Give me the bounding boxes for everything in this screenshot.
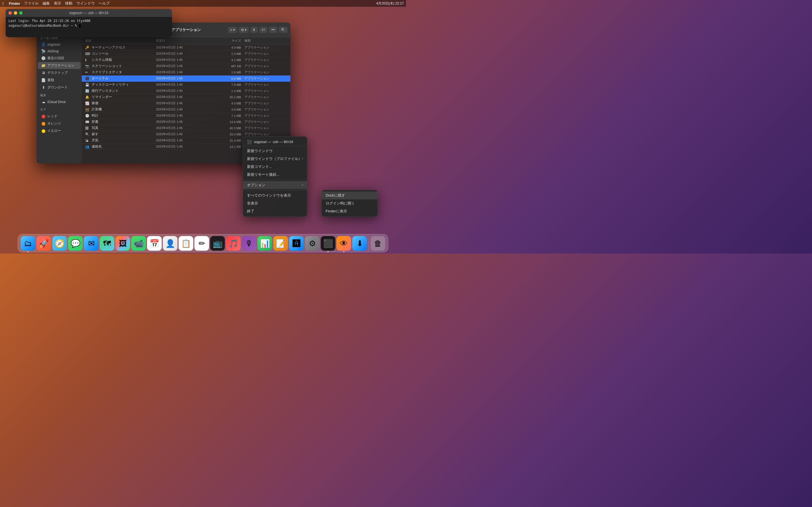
file-type-icon: 🔍 [85, 132, 90, 136]
file-date-cell: 2023年4月2日 1:46 [156, 132, 213, 136]
menu-edit[interactable]: 編集 [43, 1, 50, 6]
apple-menu[interactable]:  [2, 1, 4, 6]
ctx-new-window-profile[interactable]: 新規ウインドウ（プロファイル） › [243, 155, 307, 163]
app-name[interactable]: Finder [9, 1, 20, 6]
dock-item-launchpad[interactable]: 🚀 [37, 236, 51, 251]
sidebar-item-airdrop[interactable]: 📡 AirDrop [38, 48, 81, 54]
view-list-button[interactable]: ≡ ▾ [228, 27, 237, 33]
dock-item-settings[interactable]: ⚙ [305, 236, 320, 251]
dock-app-icon: 👤 [165, 239, 175, 248]
menu-file[interactable]: ファイル [24, 1, 39, 6]
close-button[interactable] [8, 11, 12, 15]
ctx-show-all-windows[interactable]: すべてのウインドウを表示 [243, 191, 307, 200]
dock-item-contacts[interactable]: 👤 [163, 236, 177, 251]
column-name-header[interactable]: 名前 [85, 39, 156, 43]
file-name-text: スクリーンショット [92, 64, 122, 68]
file-type-icon: 📈 [85, 101, 90, 105]
sidebar-item-yellow[interactable]: ⬤ イエロー [38, 127, 81, 134]
file-row[interactable]: 📷 スクリーンショット 2023年4月2日 1:46 487 KB アプリケーシ… [82, 63, 290, 69]
file-size-cell: 7.1 MB [213, 114, 241, 117]
column-kind-header[interactable]: 種類 [241, 39, 287, 43]
file-date-cell: 2023年4月2日 1:46 [156, 107, 213, 112]
file-kind-cell: アプリケーション [241, 82, 287, 87]
dock-item-safari[interactable]: 🧭 [52, 236, 67, 251]
dock-item-facetime[interactable]: 📹 [132, 236, 146, 251]
file-size-cell: 31.4 MB [213, 139, 241, 142]
maximize-button[interactable] [19, 11, 22, 15]
file-row[interactable]: 💾 ディスクユーティリティ 2023年4月2日 1:46 7.9 MB アプリケ… [82, 82, 290, 88]
dock-item-appstore[interactable]: 🅰 [289, 236, 304, 251]
dock-item-messages[interactable]: 💬 [68, 236, 83, 251]
sidebar-item-recent[interactable]: 🕐 最近の項目 [38, 55, 81, 62]
sidebar-item-desktop[interactable]: 🖥 デスクトップ [38, 69, 81, 76]
menu-go[interactable]: 移動 [65, 1, 72, 6]
menu-help[interactable]: ヘルプ [99, 1, 110, 6]
dock-item-trash[interactable]: 🗑 [371, 236, 386, 251]
tag-button[interactable]: 🏷 [259, 27, 267, 33]
dock-item-pages[interactable]: 📝 [273, 236, 288, 251]
terminal-line2: sogosuri@katsuradanoMacBook-Air ~ % █ [8, 23, 169, 28]
ctx-quit[interactable]: 終了 [243, 207, 307, 215]
file-row[interactable]: 🧮 計算機 2023年4月2日 1:46 3.9 MB アプリケーション [82, 107, 290, 113]
dock-item-finder[interactable]: 🗂 [21, 236, 36, 251]
ctx-new-command[interactable]: 新規コマンド... [243, 163, 307, 171]
file-row[interactable]: ✏ スクリプトエディタ 2023年4月2日 1:46 2.8 MB アプリケーシ… [82, 69, 290, 75]
file-name-text: ディスクユーティリティ [92, 82, 129, 87]
file-row[interactable]: ℹ システム情報 2023年4月2日 1:46 4.1 MB アプリケーション [82, 57, 290, 63]
file-row[interactable]: 📖 辞書 2023年4月2日 1:46 14.6 MB アプリケーション [82, 119, 290, 125]
more-button[interactable]: ••• [269, 27, 277, 33]
dock-item-calendar[interactable]: 📅 [147, 236, 162, 251]
ctx-new-remote[interactable]: 新規リモート接続... [243, 171, 307, 179]
dock-item-preview[interactable]: 👁 [337, 236, 351, 251]
file-row[interactable]: 🔑 キーチェーンアクセス 2023年4月2日 1:46 4.9 MB アプリケー… [82, 45, 290, 51]
file-row[interactable]: 🔔 リマインダー 2023年4月2日 1:46 20.2 MB アプリケーション [82, 94, 290, 100]
file-name-cell: 🕐 時計 [85, 113, 156, 118]
dock-item-terminal[interactable]: ⬛ [321, 236, 336, 251]
context-menu-title: sogosuri — -zsh — 80×24 [254, 140, 293, 144]
dock-item-reminders[interactable]: 📋 [179, 236, 193, 251]
file-row[interactable]: ⬛ ターミナル 2023年4月2日 1:46 6.9 MB アプリケーション [82, 75, 290, 82]
dock-item-numbers[interactable]: 📊 [258, 236, 272, 251]
sidebar-item-user[interactable]: 👤 sogosuri [38, 41, 81, 48]
sidebar-icloud-label: iCloud Drive [47, 100, 66, 104]
share-button[interactable]: ⬆ [250, 27, 258, 33]
dock-item-freeform[interactable]: ✏ [195, 236, 209, 251]
dock-item-tb[interactable]: 🎙 [242, 236, 257, 251]
dock-app-icon: 🚀 [39, 239, 49, 248]
menu-view[interactable]: 表示 [54, 1, 61, 6]
file-row[interactable]: 🖼 写真 2023年4月2日 1:46 40.3 MB アプリケーション [82, 125, 290, 131]
dock-item-photos[interactable]: 🖼 [116, 236, 130, 251]
terminal-body[interactable]: Last login: Thu Apr 20 22:15:26 on ttys0… [6, 17, 172, 30]
file-size-cell: 4.1 MB [213, 58, 241, 62]
dock-item-download[interactable]: ⬇ [352, 236, 367, 251]
sidebar-item-red[interactable]: ⬤ レッド [38, 113, 81, 120]
file-row[interactable]: 🔄 移行アシスタント 2023年4月2日 1:46 1.4 MB アプリケーショ… [82, 88, 290, 94]
dock-item-mail[interactable]: ✉ [84, 236, 99, 251]
options-open-at-login[interactable]: ログイン時に開く [322, 200, 377, 207]
dock-item-music[interactable]: 🎵 [226, 236, 241, 251]
sidebar-item-documents[interactable]: 📄 書類 [38, 76, 81, 83]
file-row[interactable]: 🕐 時計 2023年4月2日 1:46 7.1 MB アプリケーション [82, 113, 290, 119]
file-name-text: 株価 [92, 101, 98, 106]
minimize-button[interactable] [14, 11, 17, 15]
options-keep-in-dock[interactable]: Dockに残す [322, 191, 377, 200]
sidebar-item-downloads[interactable]: ⬇ ダウンロード [38, 84, 81, 91]
column-size-header[interactable]: サイズ [213, 39, 241, 43]
menu-window[interactable]: ウインドウ [77, 1, 95, 6]
sidebar-item-icloud[interactable]: ☁ iCloud Drive [38, 99, 81, 105]
file-row[interactable]: 📈 株価 2023年4月2日 1:46 4.9 MB アプリケーション [82, 100, 290, 107]
options-show-in-finder[interactable]: Finderに表示 [322, 207, 377, 215]
dock-item-maps[interactable]: 🗺 [100, 236, 114, 251]
ctx-hide[interactable]: 非表示 [243, 200, 307, 207]
ctx-options[interactable]: オプション › [243, 181, 307, 189]
view-grid-button[interactable]: ⊞ ▾ [239, 27, 249, 33]
file-date-cell: 2023年4月2日 1:46 [156, 64, 213, 68]
dock-item-appletv[interactable]: 📺 [210, 236, 225, 251]
sidebar-item-applications[interactable]: 📁 アプリケーション [38, 62, 81, 69]
search-button[interactable]: 🔍 [279, 27, 288, 33]
ctx-new-window[interactable]: 新規ウインドウ [243, 147, 307, 155]
sidebar-item-orange[interactable]: ⬤ オレンジ [38, 120, 81, 127]
file-row[interactable]: ⌨ コンソール 2023年4月2日 1:46 2.3 MB アプリケーション [82, 51, 290, 57]
sidebar-downloads-label: ダウンロード [47, 85, 68, 90]
column-date-header[interactable]: 変更日 [156, 39, 213, 43]
